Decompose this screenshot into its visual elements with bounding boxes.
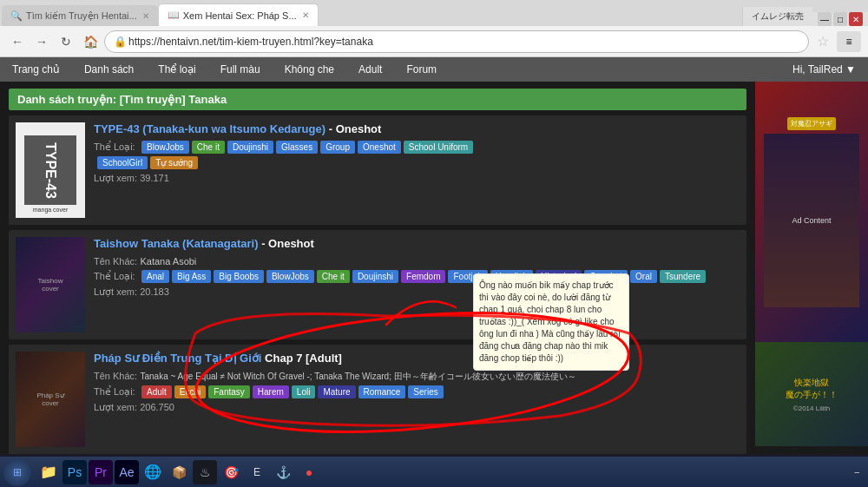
taskbar-epic[interactable]: E: [245, 460, 269, 484]
menu-icon-1[interactable]: ≡: [837, 31, 861, 52]
tab-2-favicon: 📖: [168, 10, 180, 21]
taskbar-photoshop[interactable]: Ps: [62, 460, 87, 484]
genre-label-1: Thể Loại:: [94, 141, 135, 152]
manga-title-link-3[interactable]: Pháp Sư Điền Trung Tại Dị Giới: [94, 352, 261, 365]
taskbar-app2[interactable]: 🎯: [219, 460, 243, 484]
manga-info-2: Taishow Tanaka (Katanagatari) - Oneshot …: [94, 237, 740, 332]
tab-1-close[interactable]: ✕: [142, 11, 149, 21]
tag-doujinshi-1[interactable]: Doujinshi: [227, 141, 273, 154]
nav-user[interactable]: Hi, TailRed ▼: [780, 60, 868, 79]
taskbar: ⊞ 📁 Ps Pr Ae 🌐 📦 ♨ 🎯 E ⚓ ● –: [0, 457, 868, 487]
tag-schooluniform-1[interactable]: School Uniform: [404, 141, 473, 154]
tag-blowjobs-1[interactable]: BlowJobs: [141, 141, 189, 154]
forward-button[interactable]: →: [31, 31, 52, 52]
nav-the-loai[interactable]: Thể loại: [146, 60, 207, 79]
tag-tusuong-1[interactable]: Tự sướng: [150, 156, 198, 169]
taskbar-app1[interactable]: 📦: [167, 460, 191, 484]
tag-femdom-2[interactable]: Femdom: [401, 270, 445, 283]
comment-text: Ông nào muốn bik mấy chap trước thì vào …: [479, 280, 621, 363]
maximize-btn[interactable]: □: [833, 12, 847, 26]
tag-cheit-1[interactable]: Che it: [192, 141, 225, 154]
manga-item-3: Pháp Sưcover Pháp Sư Điền Trung Tại Dị G…: [9, 345, 746, 454]
tab-bar: 🔍 Tìm kiếm Truyện Hentai... ✕ 📖 Xem Hent…: [0, 0, 868, 26]
nav-full-mau[interactable]: Full màu: [208, 60, 273, 79]
genre-row-1: Thể Loại: BlowJobs Che it Doujinshi Glas…: [94, 141, 740, 154]
tag-anal-2[interactable]: Anal: [141, 270, 169, 283]
tab-2-close[interactable]: ✕: [302, 10, 309, 20]
manga-type-1: -: [329, 122, 336, 135]
tag-romance-3[interactable]: Romance: [358, 385, 406, 398]
manga-sep-2: -: [261, 237, 268, 250]
tag-bigass-2[interactable]: Big Ass: [172, 270, 211, 283]
tag-blowjobs-2[interactable]: BlowJobs: [266, 270, 314, 283]
tag-loli-3[interactable]: Loli: [292, 385, 316, 398]
taskbar-ae[interactable]: Ae: [115, 460, 139, 484]
tag-tsundere-2[interactable]: Tsundere: [660, 270, 706, 283]
tag-series-3[interactable]: Series: [408, 385, 443, 398]
views-3: Lượt xem: 206.750: [94, 402, 740, 413]
manga-cover-2: Taishowcover: [16, 237, 85, 332]
taskbar-explorer[interactable]: 📁: [36, 460, 61, 484]
nav-adult[interactable]: Adult: [346, 60, 394, 79]
genre-row-2: Thể Loại: Anal Big Ass Big Boobs BlowJob…: [94, 270, 740, 283]
nav-forum[interactable]: Forum: [394, 60, 449, 79]
start-button[interactable]: ⊞: [3, 458, 31, 486]
content-area: Danh sách truyện: [Tìm truyện] Tanaka TY…: [0, 82, 755, 455]
taskbar-steam[interactable]: ♨: [193, 460, 217, 484]
close-btn[interactable]: ✕: [849, 12, 863, 26]
tag-glasses-1[interactable]: Glasses: [276, 141, 318, 154]
tag-group-1[interactable]: Group: [320, 141, 355, 154]
result-header: Danh sách truyện: [Tìm truyện] Tanaka: [9, 89, 746, 110]
tag-schoolgirl-1[interactable]: SchoolGirl: [97, 156, 148, 169]
lock-icon: 🔒: [114, 36, 127, 48]
taskbar-time: –: [854, 467, 859, 477]
tag-adult-3[interactable]: Adult: [141, 385, 172, 398]
tag-bigboobs-2[interactable]: Big Boobs: [214, 270, 264, 283]
cover-image-1: TYPE-43 manga cover: [16, 122, 85, 218]
nav-trang-chu[interactable]: Trang chủ: [0, 60, 72, 79]
refresh-button[interactable]: ↻: [56, 31, 76, 52]
address-text: https://hentaivn.net/tim-kiem-truyen.htm…: [128, 36, 373, 48]
sidebar-ad-2: 快楽地獄魔の手が！！ ©2014 Lilith: [755, 342, 868, 446]
views-label-2: Lượt xem:: [94, 286, 137, 297]
views-count-3: 206.750: [140, 402, 174, 412]
tag-mature-3[interactable]: Mature: [318, 385, 355, 398]
back-button[interactable]: ←: [7, 31, 28, 52]
genre-label-3: Thể Loại:: [94, 386, 135, 397]
alt-label-2: Tên Khác:: [94, 256, 137, 267]
manga-title-link-1[interactable]: TYPE-43 (Tanaka-kun wa Itsumo Kedaruge): [94, 122, 326, 135]
bookmark-star[interactable]: ☆: [812, 31, 833, 52]
manga-title-link-2[interactable]: Taishow Tanaka (Katanagatari): [94, 237, 259, 250]
tab-2[interactable]: 📖 Xem Hentai Sex: Pháp S... ✕: [158, 3, 319, 26]
taskbar-premiere[interactable]: Pr: [89, 460, 113, 484]
taskbar-app3[interactable]: ⚓: [271, 460, 295, 484]
home-button[interactable]: 🏠: [80, 31, 101, 52]
alt-name-row-2: Tên Khác: Katana Asobi: [94, 255, 740, 267]
tab-2-label: Xem Hentai Sex: Pháp S...: [183, 10, 297, 21]
taskbar-app4[interactable]: ●: [297, 460, 321, 484]
tab-1-label: Tìm kiếm Truyện Hentai...: [26, 10, 137, 22]
cover-image-2: Taishowcover: [16, 237, 85, 332]
manga-type-text-2: Oneshot: [268, 237, 314, 250]
tag-oral-2[interactable]: Oral: [630, 270, 657, 283]
views-count-1: 39.171: [140, 173, 169, 183]
tag-harem-3[interactable]: Harem: [253, 385, 289, 398]
manga-info-3: Pháp Sư Điền Trung Tại Dị Giới Chap 7 [A…: [94, 352, 740, 447]
site-nav: Trang chủ Danh sách Thể loại Full màu Kh…: [0, 57, 868, 82]
views-2: Lượt xem: 20.183: [94, 286, 740, 298]
tab-1[interactable]: 🔍 Tìm kiếm Truyện Hentai... ✕: [2, 5, 158, 26]
manga-info-1: TYPE-43 (Tanaka-kun wa Itsumo Kedaruge) …: [94, 122, 740, 218]
minimize-btn[interactable]: —: [818, 12, 832, 26]
taskbar-chrome[interactable]: 🌐: [141, 460, 165, 484]
tag-fantasy-3[interactable]: Fantasy: [208, 385, 250, 398]
nav-khong-che[interactable]: Không che: [273, 60, 346, 79]
tag-ecchi-3[interactable]: Ecchi: [174, 385, 206, 398]
genre-row-3: Thể Loại: Adult Ecchi Fantasy Harem Loli…: [94, 385, 740, 398]
address-bar[interactable]: 🔒 https://hentaivn.net/tim-kiem-truyen.h…: [104, 30, 809, 53]
tag-oneshot-1[interactable]: Oneshot: [358, 141, 401, 154]
tag-cheit-2[interactable]: Che it: [317, 270, 350, 283]
nav-danh-sach[interactable]: Danh sách: [72, 60, 146, 79]
cover-image-3: Pháp Sưcover: [16, 352, 85, 447]
tag-doujinshi-2[interactable]: Doujinshi: [352, 270, 398, 283]
manga-item-2: Taishowcover Taishow Tanaka (Katanagatar…: [9, 230, 746, 339]
